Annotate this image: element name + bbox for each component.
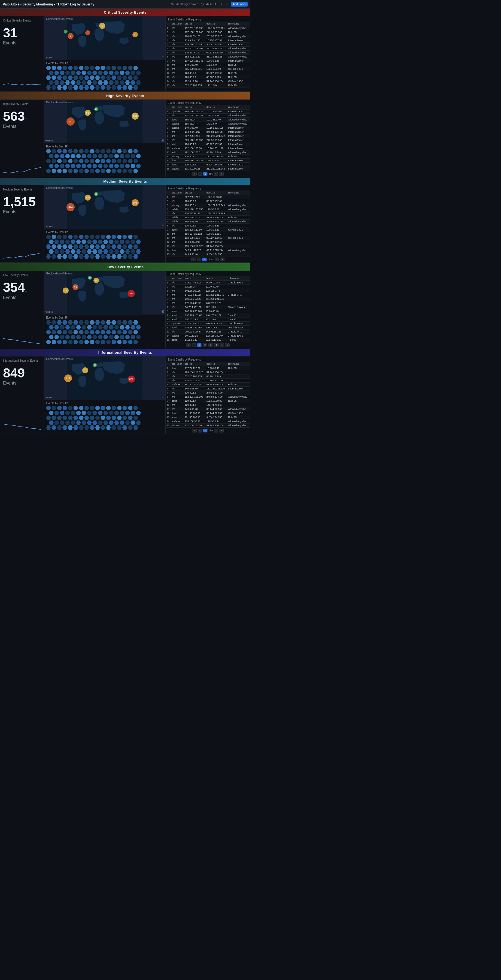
hex-cell[interactable] bbox=[65, 240, 70, 244]
hex-cell[interactable] bbox=[125, 154, 130, 158]
hex-cell[interactable] bbox=[95, 406, 100, 410]
hex-cell[interactable] bbox=[46, 159, 51, 163]
hex-cell[interactable] bbox=[65, 420, 70, 425]
hex-cell[interactable] bbox=[103, 249, 108, 254]
hex-cell[interactable] bbox=[87, 335, 92, 339]
hex-cell[interactable] bbox=[54, 80, 59, 85]
hex-cell[interactable] bbox=[122, 415, 127, 420]
hex-cell[interactable] bbox=[106, 330, 111, 334]
hex-cell[interactable] bbox=[57, 415, 62, 420]
hex-cell[interactable] bbox=[60, 240, 65, 244]
hex-cell[interactable] bbox=[122, 66, 127, 70]
hex-cell[interactable] bbox=[100, 75, 105, 80]
hex-cell[interactable] bbox=[68, 159, 73, 163]
hex-cell[interactable] bbox=[133, 169, 138, 173]
page-button[interactable]: 3 bbox=[208, 343, 213, 347]
hex-cell[interactable] bbox=[122, 254, 127, 259]
hex-cell[interactable] bbox=[90, 330, 95, 334]
hex-cell[interactable] bbox=[81, 71, 86, 75]
hex-cell[interactable] bbox=[100, 254, 105, 259]
hex-cell[interactable] bbox=[111, 320, 116, 325]
hex-cell[interactable] bbox=[73, 425, 78, 430]
hex-cell[interactable] bbox=[90, 425, 95, 430]
hex-cell[interactable] bbox=[62, 425, 67, 430]
hex-cell[interactable] bbox=[68, 75, 73, 80]
hex-cell[interactable] bbox=[76, 240, 81, 244]
hex-cell[interactable] bbox=[51, 340, 56, 344]
hex-cell[interactable] bbox=[122, 340, 127, 344]
hex-cell[interactable] bbox=[73, 320, 78, 325]
hex-cell[interactable] bbox=[87, 420, 92, 425]
hex-cell[interactable] bbox=[84, 159, 89, 163]
next-page-button[interactable]: › bbox=[215, 258, 219, 261]
hex-cell[interactable] bbox=[111, 66, 116, 70]
hex-cell[interactable] bbox=[119, 420, 124, 425]
hex-cell[interactable] bbox=[122, 85, 127, 90]
hex-cell[interactable] bbox=[128, 320, 133, 325]
map-dot[interactable]: 15 bbox=[94, 107, 98, 111]
hex-cell[interactable] bbox=[130, 335, 135, 339]
hex-cell[interactable] bbox=[46, 169, 51, 173]
hex-cell[interactable] bbox=[68, 235, 73, 239]
hex-cell[interactable] bbox=[87, 249, 92, 254]
hex-cell[interactable] bbox=[130, 80, 135, 85]
hex-cell[interactable] bbox=[70, 249, 75, 254]
hex-cell[interactable] bbox=[98, 335, 103, 339]
hex-cell[interactable] bbox=[62, 340, 67, 344]
hex-cell[interactable] bbox=[49, 71, 54, 75]
hex-cell[interactable] bbox=[114, 420, 119, 425]
hex-cell[interactable] bbox=[109, 240, 114, 244]
hex-cell[interactable] bbox=[92, 154, 97, 158]
hex-cell[interactable] bbox=[122, 245, 127, 249]
hex-cell[interactable] bbox=[95, 66, 100, 70]
hex-cell[interactable] bbox=[57, 159, 62, 163]
hex-cell[interactable] bbox=[117, 235, 122, 239]
hex-cell[interactable] bbox=[51, 245, 56, 249]
hex-cell[interactable] bbox=[54, 240, 59, 244]
hex-cell[interactable] bbox=[136, 411, 141, 415]
hex-cell[interactable] bbox=[49, 420, 54, 425]
hex-cell[interactable] bbox=[51, 85, 56, 90]
hex-cell[interactable] bbox=[76, 325, 81, 329]
hex-cell[interactable] bbox=[130, 240, 135, 244]
hex-cell[interactable] bbox=[54, 325, 59, 329]
hex-cell[interactable] bbox=[68, 406, 73, 410]
hex-cell[interactable] bbox=[60, 420, 65, 425]
hex-cell[interactable] bbox=[84, 85, 89, 90]
hex-cell[interactable] bbox=[73, 75, 78, 80]
hex-cell[interactable] bbox=[109, 325, 114, 329]
hex-cell[interactable] bbox=[136, 420, 141, 425]
hex-cell[interactable] bbox=[98, 411, 103, 415]
hex-cell[interactable] bbox=[133, 254, 138, 259]
hex-cell[interactable] bbox=[60, 325, 65, 329]
hex-cell[interactable] bbox=[57, 406, 62, 410]
hex-cell[interactable] bbox=[62, 75, 67, 80]
hex-cell[interactable] bbox=[92, 325, 97, 329]
hex-cell[interactable] bbox=[62, 254, 67, 259]
hex-cell[interactable] bbox=[103, 80, 108, 85]
map-dot[interactable]: 141 bbox=[67, 118, 75, 126]
hex-cell[interactable] bbox=[106, 245, 111, 249]
hex-cell[interactable] bbox=[111, 235, 116, 239]
hex-cell[interactable] bbox=[87, 325, 92, 329]
hex-cell[interactable] bbox=[90, 340, 95, 344]
hex-cell[interactable] bbox=[136, 80, 141, 85]
map-dot[interactable]: 6 bbox=[99, 23, 105, 29]
next-last-page-button[interactable]: » bbox=[219, 172, 224, 176]
hex-cell[interactable] bbox=[133, 320, 138, 325]
hex-cell[interactable] bbox=[109, 71, 114, 75]
hex-cell[interactable] bbox=[114, 335, 119, 339]
hex-cell[interactable] bbox=[106, 415, 111, 420]
hex-cell[interactable] bbox=[95, 340, 100, 344]
hex-cell[interactable] bbox=[73, 149, 78, 153]
hex-cell[interactable] bbox=[57, 85, 62, 90]
hex-cell[interactable] bbox=[90, 66, 95, 70]
hex-cell[interactable] bbox=[130, 420, 135, 425]
hex-cell[interactable] bbox=[109, 411, 114, 415]
next-page-button[interactable]: › bbox=[214, 172, 218, 176]
next-page-button[interactable]: › bbox=[214, 429, 218, 433]
hex-cell[interactable] bbox=[60, 249, 65, 254]
hex-cell[interactable] bbox=[87, 154, 92, 158]
hex-cell[interactable] bbox=[125, 164, 130, 168]
hex-cell[interactable] bbox=[62, 245, 67, 249]
